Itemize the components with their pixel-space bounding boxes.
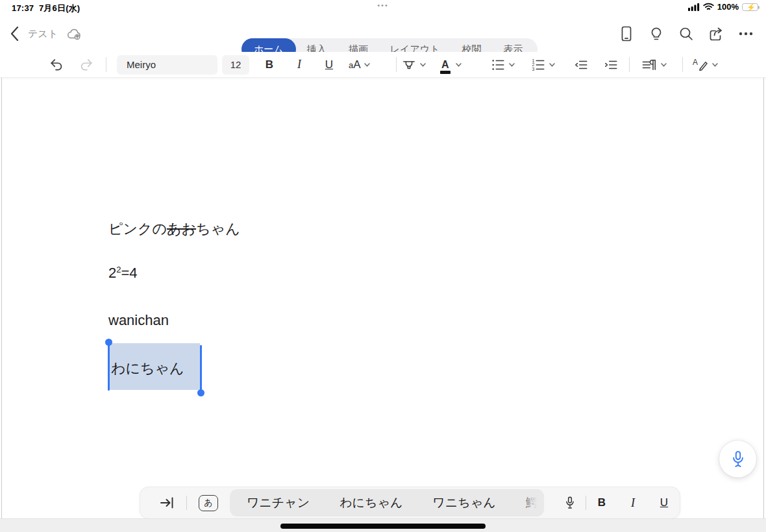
cloud-upload-icon (67, 28, 82, 40)
redo-button[interactable] (77, 52, 96, 77)
chevron-down-icon (420, 63, 426, 67)
bold-button[interactable]: B (260, 52, 278, 77)
outdent-icon (574, 58, 589, 72)
home-indicator-strip (0, 518, 766, 532)
search-button[interactable] (671, 19, 701, 48)
page-left-edge (1, 78, 2, 532)
svg-text:3: 3 (532, 66, 534, 71)
paragraph-formatting-button[interactable] (641, 52, 667, 77)
search-icon (679, 27, 693, 41)
arrow-to-bar-icon (160, 496, 175, 509)
multitask-dots-icon[interactable]: ••• (377, 1, 389, 9)
chevron-down-icon (456, 63, 462, 67)
phone-icon (621, 26, 632, 42)
ime-mode-button[interactable]: あ (199, 495, 218, 511)
underline-button[interactable]: U (320, 52, 338, 77)
selection-start-caret[interactable] (108, 343, 110, 391)
font-name-value: Meiryo (127, 59, 156, 70)
tab-key-button[interactable] (160, 496, 175, 509)
ime-bold-button[interactable]: B (586, 490, 617, 516)
document-canvas[interactable]: ピンクのあおちゃん 22=4 wanichan わにちゃん (0, 77, 766, 532)
mobile-view-button[interactable] (612, 19, 641, 48)
page-right-edge (763, 78, 764, 532)
chevron-down-icon (712, 63, 718, 67)
numbered-list-button[interactable]: 1 2 3 (531, 52, 555, 77)
chevron-down-icon (364, 63, 370, 67)
indent-icon (604, 58, 619, 72)
svg-text:A: A (693, 58, 698, 67)
cellular-signal-icon (688, 3, 700, 11)
candidate-fade-overlay (517, 489, 544, 516)
ime-italic-button[interactable]: I (617, 490, 649, 516)
date: 7月6日(水) (39, 3, 80, 13)
outdent-button[interactable] (572, 52, 590, 77)
paragraph-2[interactable]: 22=4 (108, 265, 138, 282)
bullet-list-button[interactable] (491, 52, 515, 77)
chevron-down-icon (661, 63, 667, 67)
toolbar-divider (396, 57, 397, 72)
microphone-icon (731, 450, 745, 468)
share-button[interactable] (701, 19, 731, 48)
ime-dictate-button[interactable] (554, 490, 586, 516)
clock: 17:37 (12, 3, 34, 13)
status-bar: 17:37 7月6日(水) ••• 100% ⚡ (0, 0, 766, 16)
paragraph-3[interactable]: wanichan (108, 312, 169, 329)
ime-divider (186, 496, 187, 510)
font-size-value: 12 (230, 59, 241, 70)
bullet-list-icon (491, 58, 506, 72)
wifi-icon (703, 3, 714, 11)
selection-end-handle[interactable] (197, 389, 204, 396)
paragraph-4-selected[interactable]: わにちゃん (111, 359, 184, 378)
strikethrough-text: あお (167, 221, 196, 237)
text-size-button[interactable]: aA (349, 52, 370, 77)
toolbar-divider (682, 57, 683, 72)
font-color-icon: A (441, 60, 449, 70)
nav-bar: テスト ホーム 挿入 描画 レイアウト 校閲 表示 (0, 16, 766, 52)
selection-start-handle[interactable] (105, 339, 112, 346)
numbered-list-icon: 1 2 3 (531, 58, 546, 72)
font-name-field[interactable]: Meiryo (117, 52, 217, 77)
highlighter-icon (401, 58, 417, 72)
candidate-1[interactable]: ワニチャン (247, 494, 310, 511)
selection-end-caret[interactable] (200, 345, 202, 393)
more-options-button[interactable] (731, 19, 761, 48)
font-size-field[interactable]: 12 (222, 52, 249, 77)
candidate-2[interactable]: わにちゃん (340, 494, 402, 511)
dictation-fab-button[interactable] (719, 441, 756, 478)
document-title[interactable]: テスト (28, 28, 58, 40)
lightbulb-icon (650, 26, 662, 42)
formatting-toolbar: Meiryo 12 B I U aA A 1 2 3 (0, 52, 766, 77)
toolbar-divider (629, 57, 630, 72)
undo-button[interactable] (47, 52, 66, 77)
paragraph-1[interactable]: ピンクのあおちゃん (108, 219, 240, 239)
chevron-down-icon (509, 63, 515, 67)
tell-me-button[interactable] (641, 19, 671, 48)
font-color-button[interactable]: A (441, 52, 462, 77)
italic-button[interactable]: I (290, 52, 308, 77)
candidate-3[interactable]: ワニちゃん (432, 494, 495, 511)
ime-underline-button[interactable]: U (649, 490, 680, 516)
toolbar-divider (106, 57, 106, 72)
status-time-date: 17:37 7月6日(水) (12, 3, 80, 14)
battery-icon: ⚡ (742, 3, 758, 11)
highlight-color-button[interactable] (401, 52, 426, 77)
styles-button[interactable]: A (692, 52, 718, 77)
home-indicator[interactable] (280, 524, 486, 529)
ellipsis-icon (739, 32, 753, 36)
microphone-icon (565, 496, 575, 510)
styles-pen-icon: A (692, 58, 709, 72)
back-button[interactable] (10, 27, 19, 41)
share-icon (708, 27, 724, 42)
candidate-strip: ワニチャン わにちゃん ワニちゃん 鰐ちゃ (230, 489, 544, 516)
chevron-down-icon (549, 63, 555, 67)
battery-percent: 100% (717, 2, 739, 12)
ime-accessory-bar: あ ワニチャン わにちゃん ワニちゃん 鰐ちゃ B I U (140, 487, 680, 519)
indent-button[interactable] (602, 52, 620, 77)
paragraph-marks-icon (641, 58, 658, 72)
